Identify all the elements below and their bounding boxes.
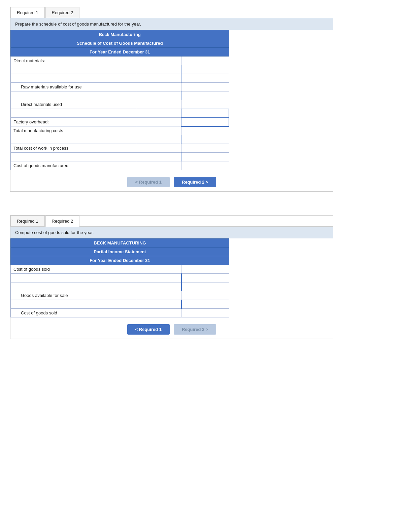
row-label bbox=[11, 282, 137, 291]
section1-instruction: Prepare the schedule of cost of goods ma… bbox=[10, 18, 333, 30]
table-row: Cost of goods sold bbox=[11, 309, 229, 317]
next-button-s2: Required 2 > bbox=[174, 324, 216, 335]
section2-nav-buttons: < Required 1 Required 2 > bbox=[10, 320, 333, 339]
table-row bbox=[11, 74, 229, 83]
amount-col2 bbox=[181, 83, 229, 91]
section1-title-row1: Beck Manufacturing bbox=[11, 30, 229, 39]
input-cell[interactable] bbox=[137, 153, 181, 161]
amount-input[interactable] bbox=[140, 302, 178, 307]
amount-col2 bbox=[181, 65, 229, 74]
table-row bbox=[11, 300, 229, 309]
input-cell[interactable] bbox=[137, 91, 181, 100]
table-row: Cost of goods sold bbox=[11, 265, 229, 274]
row-label bbox=[11, 135, 137, 144]
amount-col2 bbox=[181, 291, 229, 300]
amount-col2 bbox=[181, 274, 229, 282]
input-cell[interactable] bbox=[181, 109, 229, 118]
section2-tabs: Required 1 Required 2 bbox=[10, 216, 333, 227]
amount-input[interactable] bbox=[140, 137, 178, 142]
amount-col2 bbox=[181, 135, 229, 144]
amount-input[interactable] bbox=[140, 284, 178, 289]
section2-table: BECK MANUFACTURING Partial Income Statem… bbox=[10, 238, 229, 317]
row-label bbox=[11, 109, 137, 118]
amount-col2 bbox=[181, 282, 229, 291]
table-row bbox=[11, 91, 229, 100]
prev-button-s1: < Required 1 bbox=[127, 177, 170, 187]
row-label: Cost of goods sold bbox=[11, 309, 137, 317]
tab-required1-s2[interactable]: Required 1 bbox=[10, 216, 45, 226]
amount-input[interactable] bbox=[140, 275, 178, 280]
section1-table-container: Beck Manufacturing Schedule of Cost of G… bbox=[10, 30, 333, 170]
input-cell[interactable] bbox=[137, 282, 181, 291]
prev-button-s2[interactable]: < Required 1 bbox=[127, 324, 170, 335]
row-label: Cost of goods sold bbox=[11, 265, 137, 274]
table-row bbox=[11, 135, 229, 144]
table-row: Direct materials: bbox=[11, 56, 229, 65]
tab-required1-s1[interactable]: Required 1 bbox=[10, 7, 45, 18]
input-cell[interactable] bbox=[181, 118, 229, 126]
row-label bbox=[11, 65, 137, 74]
table-row bbox=[11, 65, 229, 74]
amount-input[interactable] bbox=[140, 67, 178, 72]
row-label bbox=[11, 300, 137, 309]
table-row bbox=[11, 153, 229, 161]
table-row: Total cost of work in process bbox=[11, 144, 229, 153]
section1-title-row2: Schedule of Cost of Goods Manufactured bbox=[11, 39, 229, 48]
amount-col2 bbox=[181, 265, 229, 274]
amount-col2 bbox=[181, 300, 229, 309]
amount-col1 bbox=[137, 118, 181, 126]
row-label: Total manufacturing costs bbox=[11, 126, 137, 135]
table-row: Total manufacturing costs bbox=[11, 126, 229, 135]
row-label: Cost of goods manufactured bbox=[11, 161, 137, 170]
amount-col1 bbox=[137, 291, 181, 300]
section2-wrapper: Required 1 Required 2 Compute cost of go… bbox=[10, 215, 333, 339]
section2-title-row1: BECK MANUFACTURING bbox=[11, 239, 229, 248]
amount-col2 bbox=[181, 74, 229, 83]
row-label bbox=[11, 153, 137, 161]
amount-input[interactable] bbox=[140, 154, 178, 159]
input-cell[interactable] bbox=[137, 135, 181, 144]
section1-nav-buttons: < Required 1 Required 2 > bbox=[10, 173, 333, 191]
section2-instruction: Compute cost of goods sold for the year. bbox=[10, 227, 333, 238]
row-label: Goods available for sale bbox=[11, 291, 137, 300]
section2-title-row2: Partial Income Statement bbox=[11, 248, 229, 256]
amount-col1 bbox=[137, 265, 181, 274]
amount-col2 bbox=[181, 126, 229, 135]
table-row bbox=[11, 282, 229, 291]
row-label bbox=[11, 91, 137, 100]
amount-col2 bbox=[181, 153, 229, 161]
tab-required2-s1[interactable]: Required 2 bbox=[45, 7, 80, 18]
amount-col1 bbox=[137, 309, 181, 317]
next-button-s1[interactable]: Required 2 > bbox=[174, 177, 216, 187]
tab-required2-s2[interactable]: Required 2 bbox=[45, 216, 80, 227]
amount-input[interactable] bbox=[184, 119, 226, 124]
input-cell[interactable] bbox=[137, 65, 181, 74]
table-row bbox=[11, 109, 229, 118]
row-label: Raw materials available for use bbox=[11, 83, 137, 91]
input-cell[interactable] bbox=[137, 274, 181, 282]
row-label: Factory overhead: bbox=[11, 118, 137, 126]
amount-col2 bbox=[181, 144, 229, 153]
amount-col2 bbox=[181, 100, 229, 109]
amount-input[interactable] bbox=[184, 111, 226, 116]
amount-input[interactable] bbox=[140, 93, 178, 98]
section2-table-container: BECK MANUFACTURING Partial Income Statem… bbox=[10, 238, 333, 317]
amount-col2 bbox=[181, 91, 229, 100]
amount-col2 bbox=[181, 56, 229, 65]
row-label: Direct materials: bbox=[11, 56, 137, 65]
amount-col2 bbox=[181, 309, 229, 317]
amount-input[interactable] bbox=[140, 76, 178, 81]
input-cell[interactable] bbox=[137, 74, 181, 83]
amount-col1 bbox=[137, 83, 181, 91]
amount-col2 bbox=[181, 161, 229, 170]
table-row bbox=[11, 274, 229, 282]
amount-col1 bbox=[137, 144, 181, 153]
row-label bbox=[11, 74, 137, 83]
section-divider bbox=[10, 205, 394, 215]
section1-wrapper: Required 1 Required 2 Prepare the schedu… bbox=[10, 7, 333, 192]
section1-title-row3: For Year Ended December 31 bbox=[11, 48, 229, 56]
input-cell[interactable] bbox=[137, 300, 181, 309]
row-label: Direct materials used bbox=[11, 100, 137, 109]
table-row: Goods available for sale bbox=[11, 291, 229, 300]
table-row: Cost of goods manufactured bbox=[11, 161, 229, 170]
